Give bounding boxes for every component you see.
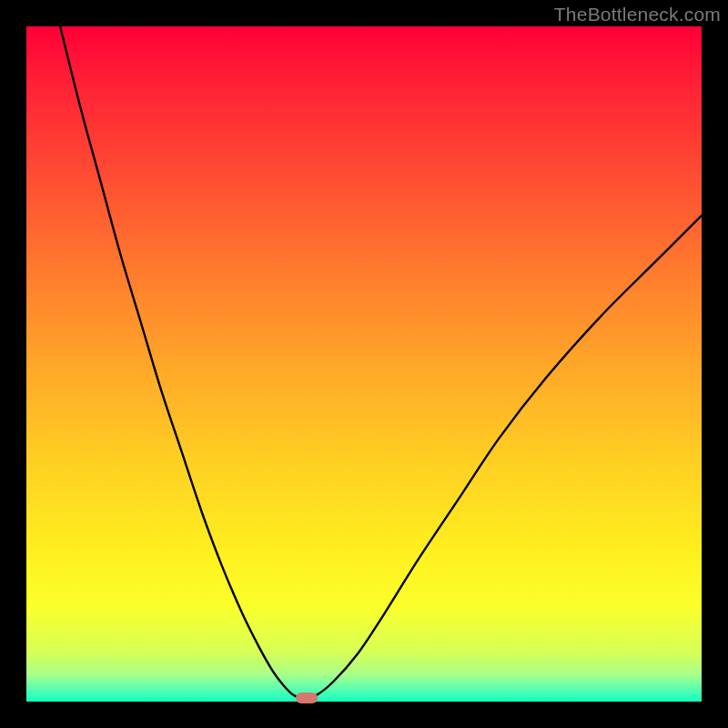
plot-area [26, 26, 702, 702]
bottleneck-curve [26, 26, 702, 702]
watermark-text: TheBottleneck.com [554, 4, 721, 25]
optimal-marker [296, 693, 318, 703]
chart-frame: TheBottleneck.com [0, 0, 728, 728]
